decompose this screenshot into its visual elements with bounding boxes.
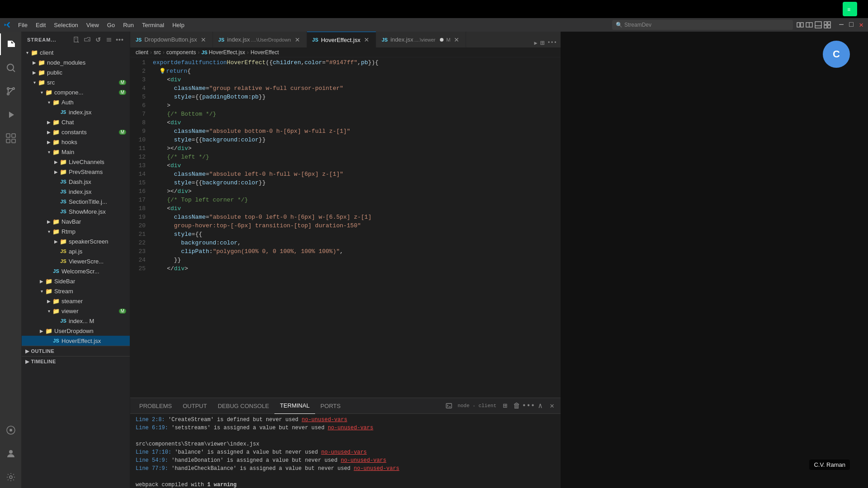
run-icon[interactable]: ▶ xyxy=(534,40,538,47)
jsx-file-icon: JS xyxy=(60,209,67,214)
folder-icon: 📁 xyxy=(52,149,60,155)
terminal-trash-icon[interactable]: 🗑 xyxy=(512,401,522,411)
tab-index-userdropdown[interactable]: JS index.jsx ....\UserDropdown ✕ xyxy=(213,32,307,47)
customize-icon[interactable] xyxy=(824,21,831,28)
tab-ports[interactable]: PORTS xyxy=(315,398,346,414)
tree-auth[interactable]: ▾ 📁 Auth xyxy=(22,97,130,107)
code-content[interactable]: export default function HoverEffect({ ch… xyxy=(149,57,561,398)
tree-node-modules[interactable]: ▶ 📁 node_modules xyxy=(22,57,130,67)
activity-extensions[interactable] xyxy=(0,127,22,149)
tab-hovereffect[interactable]: JS HoverEffect.jsx ✕ xyxy=(307,32,377,47)
terminal-chevron-up-icon[interactable]: ∧ xyxy=(535,401,545,411)
tab-output[interactable]: OUTPUT xyxy=(177,398,212,414)
activity-explorer[interactable] xyxy=(0,33,22,55)
tree-viewer[interactable]: ▾ 📁 viewer M xyxy=(22,306,130,316)
tree-sidebar-folder[interactable]: ▶ 📁 SideBar xyxy=(22,276,130,286)
split-editor-icon[interactable]: ⊞ xyxy=(540,38,545,47)
split-icon[interactable] xyxy=(806,21,813,28)
menu-go[interactable]: Go xyxy=(104,21,118,29)
tab-problems[interactable]: PROBLEMS xyxy=(134,398,177,414)
close-icon[interactable]: ✕ xyxy=(363,36,370,43)
arrow-icon: ▶ xyxy=(38,328,45,333)
menu-view[interactable]: View xyxy=(83,21,103,29)
menu-run[interactable]: Run xyxy=(119,21,137,29)
tree-steamer[interactable]: ▶ 📁 steamer xyxy=(22,296,130,306)
activity-search[interactable] xyxy=(0,57,22,79)
tree-api[interactable]: JS api.js xyxy=(22,246,130,256)
tree-hovereffect[interactable]: JS HoverEffect.jsx xyxy=(22,336,130,346)
tree-client[interactable]: ▾ 📁 client xyxy=(22,47,130,57)
close-icon[interactable]: ✕ xyxy=(294,36,301,43)
new-file-icon[interactable] xyxy=(72,35,81,44)
close-icon[interactable]: ✕ xyxy=(200,36,207,43)
activity-settings[interactable] xyxy=(0,466,22,488)
tab-terminal[interactable]: TERMINAL xyxy=(274,398,315,414)
breadcrumb-components[interactable]: components xyxy=(166,49,196,56)
menu-selection[interactable]: Selection xyxy=(50,21,81,29)
tree-viewer-index[interactable]: JS index... M xyxy=(22,316,130,326)
terminal-split-icon[interactable]: ⊞ xyxy=(500,401,510,411)
menu-help[interactable]: Help xyxy=(169,21,188,29)
close-icon[interactable]: ✕ xyxy=(453,36,460,43)
activity-accounts[interactable] xyxy=(0,443,22,465)
tree-speakerscreen[interactable]: ▶ 📁 speakerScreen xyxy=(22,236,130,246)
tree-constants[interactable]: ▶ 📁 constants M xyxy=(22,127,130,137)
maximize-button[interactable]: □ xyxy=(848,22,854,28)
tree-components[interactable]: ▾ 📁 compone... M xyxy=(22,87,130,97)
tree-public[interactable]: ▶ 📁 public xyxy=(22,67,130,77)
breadcrumb-hovereffect-file[interactable]: JS HoverEffect.jsx xyxy=(201,49,245,56)
warning-link-1[interactable]: no-unused-vars xyxy=(302,417,347,423)
breadcrumb-client[interactable]: client xyxy=(136,49,148,56)
timeline-header[interactable]: ▶ TIMELINE xyxy=(22,357,130,366)
warning-link-5[interactable]: no-unused-vars xyxy=(354,465,399,472)
terminal-output[interactable]: Line 2:8: 'CreateStream' is defined but … xyxy=(130,414,561,488)
tree-showmore[interactable]: JS ShowMore.jsx xyxy=(22,206,130,216)
tree-stream[interactable]: ▾ 📁 Stream xyxy=(22,286,130,296)
activity-remote[interactable] xyxy=(0,419,22,441)
refresh-icon[interactable]: ↺ xyxy=(94,35,103,44)
new-terminal-icon[interactable] xyxy=(444,401,454,411)
activity-source-control[interactable] xyxy=(0,80,22,102)
tree-auth-index[interactable]: JS index.jsx xyxy=(22,107,130,117)
command-palette[interactable]: 🔍 StreamDev xyxy=(612,20,793,30)
layout-icon[interactable] xyxy=(797,21,804,28)
tree-main[interactable]: ▾ 📁 Main xyxy=(22,147,130,157)
tree-src[interactable]: ▾ 📁 src M xyxy=(22,77,130,87)
panel-icon[interactable] xyxy=(815,21,822,28)
tree-navbar[interactable]: ▶ 📁 NavBar xyxy=(22,216,130,226)
breadcrumb-src[interactable]: src xyxy=(154,49,161,56)
menu-edit[interactable]: Edit xyxy=(32,21,49,29)
more-icon[interactable]: ••• xyxy=(547,40,557,46)
tree-userdropdown[interactable]: ▶ 📁 UserDropdown xyxy=(22,326,130,336)
tab-debug-console[interactable]: DEBUG CONSOLE xyxy=(212,398,274,414)
more-actions-icon[interactable]: ••• xyxy=(115,35,124,44)
minimize-button[interactable]: ─ xyxy=(838,22,844,28)
outline-header[interactable]: ▶ OUTLINE xyxy=(22,346,130,356)
warning-link-2[interactable]: no-unused-vars xyxy=(328,425,373,431)
menu-file[interactable]: File xyxy=(14,21,31,29)
close-button[interactable]: ✕ xyxy=(858,22,864,28)
tab-index-viewer[interactable]: JS index.jsx ....\viewer M ✕ xyxy=(376,32,466,47)
tree-sectiontitle[interactable]: JS SectionTitle.j... xyxy=(22,197,130,206)
tree-hooks[interactable]: ▶ 📁 hooks xyxy=(22,137,130,147)
tree-rtmp[interactable]: ▾ 📁 Rtmp xyxy=(22,226,130,236)
breadcrumb-hovereffect-fn[interactable]: HoverEffect xyxy=(250,49,278,56)
menu-terminal[interactable]: Terminal xyxy=(138,21,168,29)
terminal-close-icon[interactable]: ✕ xyxy=(547,401,557,411)
tab-dropdownbutton[interactable]: JS DropdownButton.jsx ✕ xyxy=(130,32,213,47)
tree-livechannels[interactable]: ▶ 📁 LiveChannels xyxy=(22,157,130,167)
tree-dash[interactable]: JS Dash.jsx xyxy=(22,177,130,187)
tree-viewerscreen[interactable]: JS ViewerScre... xyxy=(22,256,130,266)
warning-link-3[interactable]: no-unused-vars xyxy=(321,449,367,455)
tree-welcomescreen[interactable]: JS WelcomeScr... xyxy=(22,266,130,276)
tree-prevstreams[interactable]: ▶ 📁 PrevStreams xyxy=(22,167,130,177)
warning-link-4[interactable]: no-unused-vars xyxy=(341,457,387,464)
tree-main-index[interactable]: JS index.jsx xyxy=(22,187,130,197)
code-line-24: }} xyxy=(151,256,561,264)
activity-run-debug[interactable] xyxy=(0,104,22,126)
tree-chat[interactable]: ▶ 📁 Chat xyxy=(22,117,130,127)
jsx-icon: JS xyxy=(218,37,224,42)
terminal-more-icon[interactable]: ••• xyxy=(524,401,533,411)
new-folder-icon[interactable] xyxy=(83,35,92,44)
collapse-all-icon[interactable] xyxy=(104,35,113,44)
